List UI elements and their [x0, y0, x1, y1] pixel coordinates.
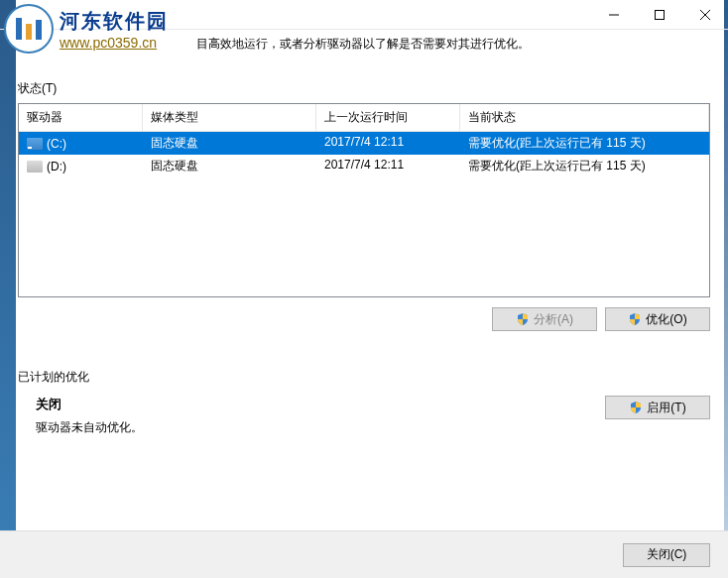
scheduled-title: 已计划的优化 [18, 369, 710, 386]
svg-line-5 [700, 10, 710, 20]
minimize-button[interactable] [591, 0, 637, 30]
optimize-label: 优化(O) [646, 311, 686, 328]
analyze-button[interactable]: 分析(A) [492, 307, 597, 331]
close-dialog-button[interactable]: 关闭(C) [623, 543, 710, 567]
svg-line-6 [700, 10, 710, 20]
svg-rect-1 [26, 24, 32, 40]
watermark-logo-icon [4, 4, 54, 54]
close-label: 关闭(C) [647, 546, 687, 563]
col-header-drive[interactable]: 驱动器 [19, 104, 143, 131]
close-button[interactable] [682, 0, 728, 30]
drive-icon [27, 161, 43, 173]
drive-lastrun: 2017/7/4 12:11 [316, 132, 460, 155]
drive-row[interactable]: (D:)固态硬盘2017/7/4 12:11需要优化(距上次运行已有 115 天… [19, 155, 709, 177]
drive-media: 固态硬盘 [143, 132, 316, 155]
enable-label: 启用(T) [647, 400, 685, 416]
drive-lastrun: 2017/7/4 12:11 [316, 155, 460, 177]
drive-name: (D:) [47, 160, 66, 173]
shield-icon [629, 401, 643, 414]
maximize-button[interactable] [637, 0, 682, 30]
drive-media: 固态硬盘 [143, 155, 316, 177]
optimize-button[interactable]: 优化(O) [605, 307, 710, 331]
drive-status: 需要优化(距上次运行已有 115 天) [460, 132, 709, 155]
status-label: 状态(T) [18, 80, 710, 97]
watermark: 河东软件园 www.pc0359.cn [4, 4, 169, 54]
svg-rect-0 [16, 18, 22, 40]
drive-list: 驱动器 媒体类型 上一次运行时间 当前状态 (C:)固态硬盘2017/7/4 1… [18, 103, 710, 297]
scheduled-desc: 驱动器未自动优化。 [36, 419, 585, 436]
scheduled-status: 关闭 [36, 396, 585, 413]
svg-rect-2 [36, 20, 42, 40]
analyze-label: 分析(A) [534, 311, 573, 328]
drive-list-header: 驱动器 媒体类型 上一次运行时间 当前状态 [19, 104, 709, 132]
col-header-status[interactable]: 当前状态 [460, 104, 709, 131]
enable-button[interactable]: 启用(T) [605, 396, 710, 419]
shield-icon [628, 312, 642, 326]
col-header-media[interactable]: 媒体类型 [143, 104, 316, 131]
footer: 关闭(C) [0, 530, 728, 578]
watermark-url: www.pc0359.cn [60, 35, 169, 51]
watermark-title: 河东软件园 [60, 8, 169, 35]
svg-rect-4 [656, 10, 665, 19]
drive-icon [27, 138, 43, 150]
drive-row[interactable]: (C:)固态硬盘2017/7/4 12:11需要优化(距上次运行已有 115 天… [19, 132, 709, 155]
col-header-lastrun[interactable]: 上一次运行时间 [316, 104, 460, 131]
drive-name: (C:) [47, 137, 66, 151]
drive-status: 需要优化(距上次运行已有 115 天) [460, 155, 709, 177]
shield-icon [516, 312, 530, 326]
